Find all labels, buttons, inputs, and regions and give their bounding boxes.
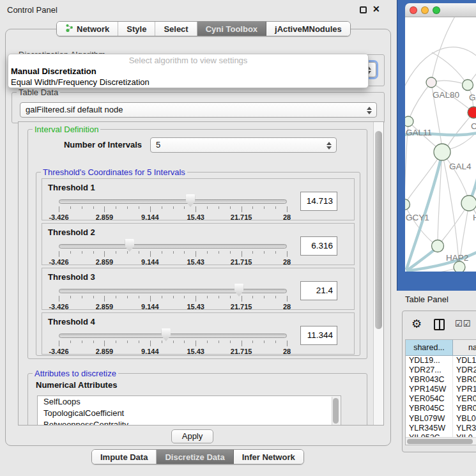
cell-name[interactable]: YDL1 [453,356,476,365]
threshold-label: Threshold 1 [48,183,95,192]
tab-cyni-toolbox[interactable]: Cyni Toolbox [197,22,266,36]
cell-shared-name[interactable]: YDL19... [406,356,453,365]
threshold-value-field[interactable]: 6.316 [300,236,337,256]
cell-name[interactable]: YPR1 [453,385,476,394]
node-label: GAL4 [449,162,472,171]
num-intervals-combobox[interactable]: 5 [150,137,337,153]
scrollbar-thumb[interactable] [333,398,339,424]
thresholds-group: Threshold's Coordinates for 5 Intervals … [36,172,360,356]
slider-thumb[interactable] [234,284,244,296]
network-node-h[interactable] [461,196,476,211]
threshold-value-field[interactable]: 21.4 [300,281,337,300]
table-row[interactable]: YBR045CYBR0 [406,404,476,413]
cell-shared-name[interactable]: YPR145W [406,385,453,394]
tab-select[interactable]: Select [155,22,197,36]
table-row[interactable]: YPR145WYPR1 [406,385,476,394]
slider-track[interactable] [59,334,287,338]
tab-infer-network[interactable]: Infer Network [234,450,303,464]
slider-track[interactable] [59,199,287,204]
threshold-panel: Threshold 3 -3.4262.8599.14415.4321.7152… [42,268,355,310]
table-row[interactable]: YBL079WYBL0 [406,414,476,424]
slider-thumb[interactable] [186,194,196,207]
cell-shared-name[interactable]: YLR345W [406,424,453,433]
slider-track[interactable] [59,244,287,249]
dropdown-item[interactable]: Manual Discretization [8,66,368,77]
threshold-label: Threshold 2 [48,227,95,237]
network-node-gcy1[interactable] [405,199,410,210]
cell-shared-name[interactable]: YBR045C [406,404,453,413]
list-scrollbar[interactable] [332,397,340,426]
tab-discretize-data[interactable]: Discretize Data [157,450,233,464]
tab-style[interactable]: Style [118,22,155,36]
table-data-combobox[interactable]: galFiltered.sif default node [20,102,377,118]
table-row[interactable]: YER054CYER0 [406,394,476,404]
slider-ticks [59,296,287,302]
scrollbar-thumb[interactable] [375,131,382,329]
attribute-item[interactable]: SelfLoops [38,396,341,408]
panel-title: Control Panel [7,5,58,15]
network-canvas[interactable]: GAL80GACGAL11GAL4GCY1HHAP2 [405,17,476,272]
attribute-item[interactable]: BetweennessCentrality [38,419,341,426]
cell-name[interactable]: YER0 [453,394,476,404]
network-node-gal11[interactable] [405,116,413,127]
scrollbar-thumb[interactable] [407,439,473,444]
table-row[interactable]: YDR27...YDR2 [406,365,476,375]
group-title: Interval Definition [33,125,100,134]
table-row[interactable]: YBR043CYBR0 [406,375,476,385]
cell-name[interactable]: YBR0 [453,375,476,385]
cell-name[interactable]: YBR0 [453,404,476,413]
threshold-value-field[interactable]: 14.713 [300,192,337,211]
apply-button[interactable]: Apply [171,429,213,443]
vertical-scrollbar[interactable] [373,122,383,425]
cell-shared-name[interactable]: YBR043C [406,375,453,385]
table-row[interactable]: YDL19...YDL1 [406,356,476,365]
network-node-gal4[interactable] [434,144,450,160]
cell-name[interactable]: YLR3 [453,424,476,433]
cell-shared-name[interactable]: YER054C [406,394,453,404]
cell-shared-name[interactable]: YDR27... [406,365,453,375]
tab-impute-data[interactable]: Impute Data [92,450,157,464]
cell-shared-name[interactable]: YBL079W [406,414,453,424]
attribute-item[interactable]: TopologicalCoefficient [38,408,341,419]
threshold-slider[interactable]: -3.4262.8599.14415.4321.71528 [59,285,287,311]
dropdown-item[interactable]: Equal Width/Frequency Discretization [8,77,368,88]
column-header-shared-name[interactable]: shared... [406,340,453,355]
toolbox-tabs: NetworkStyleSelectCyni ToolboxjActiveMNo… [56,21,351,36]
slider-thumb[interactable] [125,239,134,252]
table-row[interactable]: YLR345WYLR3 [406,424,476,433]
network-window-titlebar[interactable] [405,3,476,17]
slider-track[interactable] [59,289,287,293]
tab-jactivemnodules[interactable]: jActiveMNodules [266,22,350,36]
minimize-traffic-light[interactable] [421,6,429,14]
threshold-slider[interactable]: -3.4262.8599.14415.4321.71528 [59,330,287,355]
network-node-gal80[interactable] [426,77,436,88]
attributes-list[interactable]: SelfLoopsTopologicalCoefficientBetweenne… [37,395,341,426]
column-header-name[interactable]: na [453,340,476,355]
slider-ticks [59,206,287,213]
float-window-icon[interactable] [360,6,367,13]
threshold-value-field[interactable]: 11.344 [300,326,337,345]
network-node-hap2[interactable] [432,240,444,252]
slider-thumb[interactable] [161,328,171,341]
slider-ticks [59,341,287,347]
close-traffic-light[interactable] [410,6,417,14]
gear-icon[interactable]: ⚙ [411,317,422,331]
network-node-c[interactable] [468,107,476,118]
network-window-frame[interactable]: GAL80GACGAL11GAL4GCY1HHAP2 [397,0,476,291]
threshold-slider[interactable]: -3.4262.8599.14415.4321.71528 [59,240,287,266]
horizontal-scrollbar[interactable] [406,437,476,445]
network-node[interactable] [454,261,465,272]
network-node-ga[interactable] [463,80,473,91]
cell-name[interactable]: YDR2 [453,365,476,375]
zoom-traffic-light[interactable] [433,6,440,14]
group-title: Attributes to discretize [33,369,118,378]
threshold-slider[interactable]: -3.4262.8599.14415.4321.71528 [59,196,287,221]
table-panel: ⚙ ☑☑ shared... na YDL19...YDL1YDR27...YD… [402,311,476,452]
node-label: GAL11 [406,128,432,137]
tab-network[interactable]: Network [57,22,118,36]
network-edge [447,112,473,147]
select-columns-icon[interactable]: ☑☑ [455,319,471,328]
split-columns-icon[interactable] [434,319,445,330]
cell-name[interactable]: YBL0 [453,414,476,424]
close-icon[interactable]: ✕ [372,4,380,14]
